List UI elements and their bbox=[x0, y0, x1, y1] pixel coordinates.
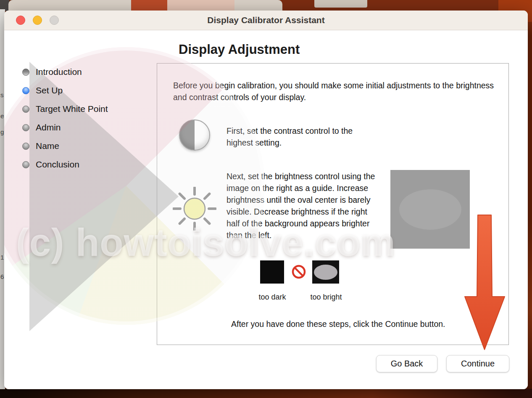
page-title: Display Adjustment bbox=[179, 42, 300, 57]
step-label: Admin bbox=[36, 122, 61, 133]
continue-button[interactable]: Continue bbox=[446, 355, 509, 372]
step-label: Target White Point bbox=[36, 104, 108, 114]
background-window-accent-2 bbox=[167, 0, 234, 11]
step-admin: Admin bbox=[22, 118, 108, 137]
step-bullet-icon bbox=[22, 124, 29, 131]
too-bright-sample-oval bbox=[314, 265, 337, 280]
go-back-button-label: Go Back bbox=[391, 359, 423, 369]
background-window-accent bbox=[131, 0, 167, 11]
step-label: Name bbox=[36, 141, 59, 151]
window-controls bbox=[16, 11, 59, 30]
step-introduction: Introduction bbox=[22, 63, 108, 81]
step-label: Introduction bbox=[36, 67, 82, 77]
step-bullet-icon bbox=[22, 106, 29, 113]
step-target-white-point: Target White Point bbox=[22, 100, 108, 118]
step-bullet-icon bbox=[22, 143, 29, 150]
desktop-wallpaper-bottom bbox=[0, 389, 532, 398]
step-bullet-icon bbox=[22, 161, 29, 168]
step-label: Conclusion bbox=[36, 159, 79, 170]
continue-button-label: Continue bbox=[461, 359, 495, 369]
watermark-text: (c) howtoisolve.com bbox=[16, 220, 395, 265]
window-title: Display Calibrator Assistant bbox=[207, 15, 324, 25]
no-sign-icon bbox=[291, 264, 306, 279]
too-dark-label: too dark bbox=[254, 293, 291, 302]
step-name: Name bbox=[22, 137, 108, 155]
zoom-icon[interactable] bbox=[50, 16, 59, 25]
final-instruction: After you have done these steps, click t… bbox=[231, 318, 500, 330]
step-bullet-icon bbox=[22, 87, 29, 94]
step-set-up: Set Up bbox=[22, 81, 108, 100]
step-list: Introduction Set Up Target White Point A… bbox=[22, 63, 108, 174]
step-conclusion: Conclusion bbox=[22, 155, 108, 174]
step-label: Set Up bbox=[36, 85, 63, 96]
brightness-sample-oval bbox=[399, 189, 461, 230]
step-bullet-icon bbox=[22, 69, 29, 76]
background-text-fragment: 1 bbox=[0, 254, 4, 261]
go-back-button[interactable]: Go Back bbox=[376, 355, 437, 372]
brightness-sample-image bbox=[390, 170, 470, 249]
too-bright-label: too bright bbox=[306, 293, 346, 302]
background-text-fragment: s bbox=[0, 91, 4, 98]
background-text-fragment: 6 bbox=[0, 273, 4, 280]
display-calibrator-window: Display Calibrator Assistant Display Adj… bbox=[4, 11, 528, 389]
annotation-down-arrow-icon bbox=[460, 211, 513, 354]
close-icon[interactable] bbox=[16, 16, 25, 25]
titlebar: Display Calibrator Assistant bbox=[4, 11, 528, 30]
background-window-strip bbox=[314, 0, 367, 8]
minimize-icon[interactable] bbox=[33, 16, 42, 25]
background-text-fragment: g bbox=[0, 128, 4, 135]
window-content: Display Adjustment Introduction Set Up T… bbox=[4, 30, 528, 389]
screen: s ea g 1 6 Display Calibrator Assistant … bbox=[0, 0, 532, 398]
